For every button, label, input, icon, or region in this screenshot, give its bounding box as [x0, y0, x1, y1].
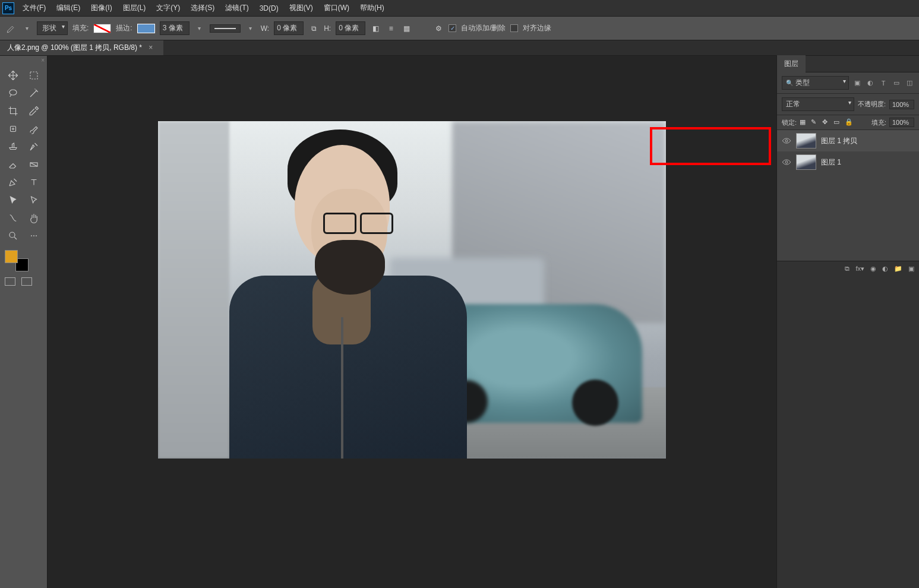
auto-add-checkbox[interactable]	[449, 24, 456, 32]
chevron-down-icon[interactable]: ▾	[194, 23, 205, 34]
quick-mask-icon[interactable]	[5, 277, 15, 286]
menu-type[interactable]: 文字(Y)	[156, 3, 180, 13]
canvas-area[interactable]	[48, 56, 776, 588]
direct-selection-tool[interactable]	[24, 192, 43, 208]
opacity-value[interactable]: 100%	[889, 100, 914, 109]
width-input[interactable]: 0 像素	[274, 21, 304, 35]
crop-tool[interactable]	[4, 103, 23, 119]
pen-tool-icon	[6, 23, 17, 34]
clone-stamp-tool[interactable]	[4, 138, 23, 155]
align-edges-checkbox[interactable]	[510, 24, 518, 32]
chevron-down-icon[interactable]: ▾	[245, 23, 256, 34]
link-icon[interactable]: ⧉	[308, 23, 319, 34]
rectangle-tool[interactable]	[4, 210, 23, 226]
fill-swatch[interactable]	[93, 24, 111, 33]
layer-name[interactable]: 图层 1	[821, 157, 841, 167]
lock-artboard-icon[interactable]: ▭	[833, 118, 842, 127]
lock-move-icon[interactable]: ✥	[822, 118, 830, 127]
lock-position-icon[interactable]: ✎	[811, 118, 819, 127]
eyedropper-tool[interactable]	[24, 103, 43, 119]
menu-view[interactable]: 视图(V)	[289, 3, 313, 13]
height-label: H:	[324, 24, 331, 33]
path-combine-icon[interactable]: ◧	[370, 23, 381, 34]
document-tab-title: 人像2.png @ 100% (图层 1 拷贝, RGB/8) *	[7, 43, 142, 52]
svg-point-1	[10, 90, 17, 95]
filter-type-icon[interactable]: T	[879, 78, 888, 88]
stroke-width-input[interactable]: 3 像素	[160, 21, 190, 35]
rectangular-marquee-tool[interactable]	[24, 67, 43, 84]
menu-window[interactable]: 窗口(W)	[324, 3, 349, 13]
chevron-down-icon[interactable]: ▾	[21, 23, 32, 34]
close-tab-icon[interactable]: ×	[149, 43, 153, 52]
zoom-tool[interactable]	[4, 227, 23, 244]
collapse-icon[interactable]: ×	[41, 57, 45, 64]
stroke-swatch[interactable]	[137, 24, 155, 33]
stroke-label: 描边:	[116, 23, 132, 33]
menu-image[interactable]: 图像(I)	[91, 3, 112, 13]
hand-tool[interactable]	[24, 210, 43, 226]
layer-row[interactable]: 图层 1	[777, 151, 919, 173]
shape-mode-dropdown[interactable]: 形状	[37, 21, 68, 35]
layers-panel-tabs: 图层	[777, 56, 919, 72]
layer-row[interactable]: 图层 1 拷贝	[777, 130, 919, 151]
menu-bar: Ps 文件(F) 编辑(E) 图像(I) 图层(L) 文字(Y) 选择(S) 滤…	[0, 0, 919, 17]
document-tab[interactable]: 人像2.png @ 100% (图层 1 拷贝, RGB/8) * ×	[0, 40, 163, 55]
path-arrange-icon[interactable]: ▦	[401, 23, 412, 34]
foreground-color[interactable]	[5, 250, 18, 263]
move-tool[interactable]	[4, 67, 23, 84]
layer-name[interactable]: 图层 1 拷贝	[821, 136, 857, 146]
more-tools[interactable]: ⋯	[24, 227, 43, 244]
blend-row: 正常 不透明度: 100%	[777, 94, 919, 115]
eraser-tool[interactable]	[4, 156, 23, 173]
height-input[interactable]: 0 像素	[336, 21, 365, 35]
visibility-icon[interactable]	[782, 137, 791, 144]
document-tab-bar: 人像2.png @ 100% (图层 1 拷贝, RGB/8) * ×	[0, 40, 919, 56]
visibility-icon[interactable]	[782, 159, 791, 166]
mask-icon[interactable]: ◉	[870, 265, 876, 273]
magic-wand-tool[interactable]	[24, 85, 43, 102]
path-selection-tool[interactable]	[4, 192, 23, 208]
auto-add-label: 自动添加/删除	[461, 23, 506, 33]
line-style-dropdown[interactable]	[210, 24, 241, 33]
toolbox: × ⋯	[0, 56, 48, 588]
lasso-tool[interactable]	[4, 85, 23, 102]
canvas-image	[158, 121, 666, 459]
filter-image-icon[interactable]: ▣	[852, 78, 862, 88]
menu-help[interactable]: 帮助(H)	[360, 3, 384, 13]
fill-value[interactable]: 100%	[889, 118, 914, 127]
gradient-tool[interactable]	[24, 156, 43, 173]
layer-thumbnail[interactable]	[796, 133, 816, 148]
filter-adjust-icon[interactable]: ◐	[866, 78, 875, 88]
pen-tool[interactable]	[4, 174, 23, 191]
adjustment-icon[interactable]: ◐	[882, 265, 888, 273]
filter-smart-icon[interactable]: ◫	[905, 78, 914, 88]
path-align-icon[interactable]: ≡	[386, 23, 396, 34]
fx-icon[interactable]: fx▾	[855, 265, 864, 273]
brush-tool[interactable]	[24, 121, 43, 137]
menu-filter[interactable]: 滤镜(T)	[225, 3, 248, 13]
gear-icon[interactable]: ⚙	[433, 23, 444, 34]
healing-brush-tool[interactable]	[4, 121, 23, 137]
link-layers-icon[interactable]: ⧉	[845, 265, 849, 273]
filter-shape-icon[interactable]: ▭	[892, 78, 901, 88]
layer-filter-row: 类型 ▣ ◐ T ▭ ◫	[777, 72, 919, 94]
blend-mode-dropdown[interactable]: 正常	[782, 97, 854, 111]
layer-kind-filter[interactable]: 类型	[782, 76, 849, 90]
layers-tab[interactable]: 图层	[777, 55, 806, 72]
menu-select[interactable]: 选择(S)	[191, 3, 214, 13]
history-brush-tool[interactable]	[24, 138, 43, 155]
type-tool[interactable]	[24, 174, 43, 191]
group-icon[interactable]: 📁	[894, 265, 902, 273]
menu-edit[interactable]: 编辑(E)	[56, 3, 80, 13]
menu-file[interactable]: 文件(F)	[23, 3, 46, 13]
lock-pixels-icon[interactable]: ▦	[800, 118, 808, 127]
screen-mode-icon[interactable]	[21, 277, 32, 286]
lock-all-icon[interactable]: 🔒	[845, 118, 853, 127]
layers-footer: ⧉ fx▾ ◉ ◐ 📁 ▣	[777, 261, 919, 276]
layer-thumbnail[interactable]	[796, 154, 816, 170]
menu-layer[interactable]: 图层(L)	[123, 3, 146, 13]
svg-rect-0	[30, 72, 37, 79]
opacity-label: 不透明度:	[858, 100, 886, 109]
menu-3d[interactable]: 3D(D)	[260, 4, 279, 12]
new-layer-icon[interactable]: ▣	[908, 265, 914, 273]
